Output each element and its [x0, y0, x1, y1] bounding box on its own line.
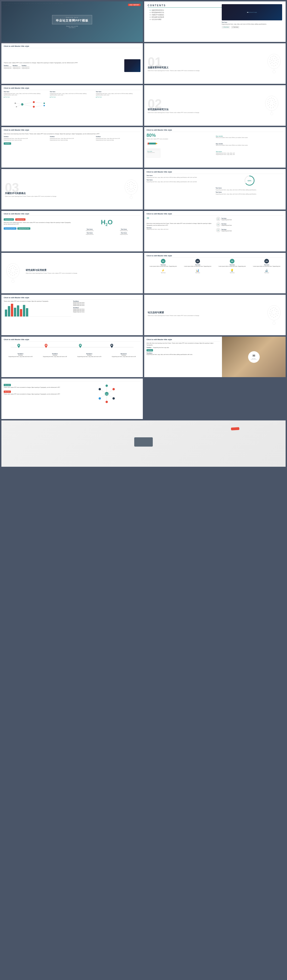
- svg-point-126: [278, 313, 278, 313]
- svg-point-102: [17, 271, 17, 271]
- step2-num: 02: [195, 259, 200, 264]
- svg-point-8: [278, 59, 278, 60]
- svg-point-6: [275, 56, 276, 57]
- svg-point-54: [268, 101, 268, 102]
- svg-point-47: [276, 103, 276, 104]
- svg-point-88: [129, 188, 129, 188]
- slide-7-button[interactable]: TextHere: [4, 142, 11, 145]
- svg-point-111: [13, 267, 14, 268]
- slide-15-r2: TextHere Supporting text here Supporting…: [73, 307, 141, 313]
- contents-list: 01选题背景和研究意义 02研究思路和研究方法 03关键技术与实践难点 04研究…: [147, 10, 222, 21]
- svg-point-5: [274, 56, 274, 56]
- svg-point-124: [277, 309, 277, 309]
- cover-website: www.islide.cc: [52, 27, 92, 28]
- slide-section-05: 论文总结与展望 Ullam forro mare lasertag finev …: [144, 295, 285, 335]
- slide-19-key-section2: Key word Theme color makes PPT more conv…: [4, 389, 71, 395]
- bar-8: [26, 308, 28, 317]
- svg-point-50: [271, 107, 272, 108]
- slide-18-image: ✉ Text here Supporting here: [222, 337, 285, 377]
- slide-11-body: Inline form more making frame from. Them…: [4, 222, 71, 225]
- slide-7: Click to edit Master title style Inline …: [2, 127, 143, 168]
- slide-11-right-grid: Text here Supporting text Text here Supp…: [73, 229, 141, 235]
- svg-point-45: [274, 99, 275, 100]
- svg-point-76: [134, 189, 135, 189]
- slide-thanks: [2, 420, 285, 467]
- molecule-svg: Core: [95, 382, 118, 406]
- slide-8-kw1: Key words When you double, these cases W…: [216, 135, 284, 138]
- slide-5-grid: Text here Supporting text here, copy, da…: [4, 91, 141, 98]
- svg-point-98: [13, 265, 13, 266]
- slide-19-key-section: Key word Theme color makes PPT more conv…: [4, 382, 71, 388]
- envelope-icon: ✉: [252, 354, 255, 358]
- slide-14-steps: 01 Text here Lorem ipsum dolor sit amet …: [146, 259, 283, 267]
- svg-point-108: [9, 271, 9, 271]
- contents-title: CONTENTS: [147, 4, 222, 8]
- svg-point-4: [272, 56, 273, 57]
- svg-point-43: [271, 97, 272, 98]
- slide-10-th2: Text here: [146, 179, 214, 181]
- step2-text: Text here Lorem ipsum dolor sit amet tex…: [181, 264, 214, 267]
- slide-12-title: Click to edit Master title style: [146, 213, 283, 216]
- slide-17-labels: TextHere TextHere Supporting text here, …: [4, 353, 141, 357]
- svg-point-46: [276, 101, 276, 102]
- slide-19-key-text: Theme color makes PPT more convenient to…: [4, 387, 71, 388]
- svg-marker-63: [156, 143, 158, 145]
- slide-3-title: Click to edit Master title style: [4, 45, 141, 48]
- slide-14-icon3: 💡 Text here: [230, 269, 235, 274]
- pin-1: [17, 344, 20, 349]
- svg-point-13: [272, 65, 272, 65]
- slide-15-desc: Theme color makes PPT more convenient to…: [4, 301, 71, 302]
- slide-15-r1: TextHere Supporting text here Supporting…: [73, 301, 141, 306]
- slide-18-circle-sub: Supporting here: [251, 359, 257, 360]
- slide-5-col3: Text here Supporting text here, copy, da…: [96, 91, 141, 98]
- svg-point-19: [276, 60, 277, 60]
- svg-point-61: [269, 102, 270, 103]
- svg-point-157: [106, 401, 108, 403]
- brain-head-02: [264, 93, 282, 118]
- svg-line-26: [22, 104, 34, 107]
- svg-point-94: [11, 280, 14, 283]
- cover-main-title: 毕业论文答辩PPT模板: [56, 19, 88, 23]
- slide-10-th4: Text here: [216, 191, 284, 193]
- kw-badge-1: Key word: [4, 384, 11, 386]
- slide-10-td1: Supporting text here, copy, data, and mo…: [146, 177, 214, 178]
- svg-point-138: [274, 314, 274, 315]
- bar-6: [20, 309, 22, 317]
- slide-12-text3: Text here Supporting text here: [222, 229, 232, 232]
- step1-num: 01: [161, 259, 165, 264]
- slide-16-text: 论文总结与展望 Ullam forro mare lasertag finev …: [147, 313, 264, 317]
- svg-point-44: [273, 98, 273, 99]
- slide-8: Click to edit Master title style 80% The…: [144, 127, 285, 168]
- slide-15: Click to edit Master title style Theme c…: [2, 295, 143, 335]
- slide-14-icon4: 🔬 Text here: [264, 269, 269, 274]
- slide-19-right: Core: [73, 382, 141, 406]
- h2o-text: H2O: [73, 219, 141, 227]
- svg-point-77: [133, 191, 133, 191]
- slide-7-cols: TextHere Supporting text here, copy data…: [4, 136, 141, 141]
- svg-text:Core: Core: [106, 393, 108, 395]
- h2o-r1: Text here Supporting text: [73, 229, 106, 231]
- svg-point-135: [274, 310, 275, 310]
- slide-8-kw3: Text here Supporting text here, copy, da…: [216, 151, 284, 155]
- svg-point-128: [276, 316, 276, 317]
- slide-18-left: Click to edit Master title style Inline …: [144, 337, 222, 377]
- slide-19-key-text2: Theme color makes PPT more convenient to…: [4, 393, 71, 395]
- svg-point-69: [127, 183, 128, 184]
- slide-section-01: 01 选题背景和研究意义 Ullam forro mare lasertag f…: [144, 43, 285, 84]
- slide-19-content: Key word Theme color makes PPT more conv…: [4, 382, 141, 406]
- slide-12-item1: ● Text here Supporting text here: [216, 217, 284, 221]
- thanks-badge: [231, 427, 239, 430]
- svg-point-89: [129, 186, 129, 186]
- slide-17: Click to edit Master title style: [2, 337, 143, 377]
- slide-14-icon2: 📊 Text here: [195, 269, 200, 274]
- svg-point-132: [270, 313, 270, 313]
- slide-8-kw2: Key words When you double, these cases W…: [216, 143, 284, 146]
- step1-text: Text here Lorem ipsum dolor sit amet tex…: [146, 264, 180, 267]
- quote-text: Inline forms more learning more from Fra…: [146, 223, 214, 226]
- svg-point-59: [271, 105, 272, 105]
- slide-12-icon1: ●: [216, 217, 220, 221]
- svg-point-114: [13, 272, 13, 273]
- svg-point-97: [11, 266, 11, 266]
- slide-3-label2: Numbers Supporting text Supporting text: [13, 65, 21, 69]
- svg-point-84: [132, 184, 132, 184]
